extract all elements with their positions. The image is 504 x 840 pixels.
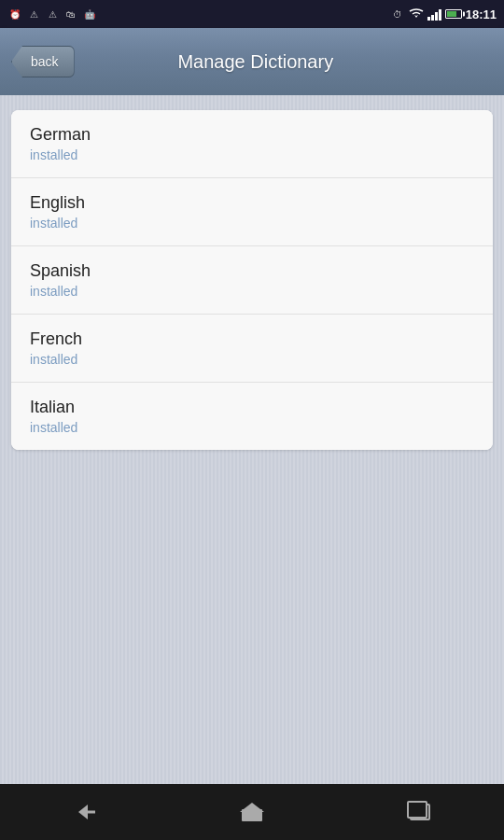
signal-icon — [427, 7, 441, 21]
back-button[interactable]: back — [11, 46, 75, 77]
warning-icon-2: ⚠ — [45, 7, 60, 21]
nav-back-button[interactable] — [56, 793, 112, 831]
nav-home-button[interactable] — [224, 793, 280, 831]
dictionary-item-french[interactable]: French installed — [11, 315, 493, 383]
bag-icon: 🛍 — [63, 7, 78, 21]
dictionary-list: German installed English installed Spani… — [11, 110, 493, 450]
status-time: 18:11 — [466, 7, 497, 21]
wifi-icon — [409, 7, 424, 21]
status-icons-left: ⏰ ⚠ ⚠ 🛍 🤖 — [7, 7, 97, 21]
dict-item-status: installed — [30, 216, 474, 231]
dict-item-status: installed — [30, 284, 474, 299]
dict-item-status: installed — [30, 352, 474, 367]
back-nav-icon — [73, 804, 95, 820]
android-icon: 🤖 — [82, 7, 97, 21]
dictionary-item-spanish[interactable]: Spanish installed — [11, 246, 493, 315]
home-nav-icon — [242, 803, 262, 821]
dict-item-name: French — [30, 329, 474, 349]
status-bar: ⏰ ⚠ ⚠ 🛍 🤖 ⏱ 18:11 — [0, 0, 504, 28]
dict-item-name: Italian — [30, 398, 474, 417]
battery-icon — [445, 9, 462, 19]
dict-item-status: installed — [30, 147, 474, 162]
warning-icon-1: ⚠ — [26, 7, 41, 21]
dictionary-item-german[interactable]: German installed — [11, 110, 493, 178]
action-bar: back Manage Dictionary — [0, 28, 504, 95]
dict-item-name: Spanish — [30, 261, 474, 281]
alarm-icon: ⏰ — [7, 7, 22, 21]
dict-item-name: German — [30, 125, 474, 145]
page-title: Manage Dictionary — [75, 51, 437, 73]
nav-bar — [0, 784, 504, 840]
nav-recents-button[interactable] — [392, 793, 448, 831]
dict-item-name: English — [30, 193, 474, 213]
dictionary-item-italian[interactable]: Italian installed — [11, 383, 493, 450]
dictionary-item-english[interactable]: English installed — [11, 178, 493, 246]
dict-item-status: installed — [30, 420, 474, 435]
recents-nav-icon — [410, 804, 430, 820]
main-content: German installed English installed Spani… — [0, 95, 504, 784]
status-icons-right: ⏱ 18:11 — [390, 7, 497, 21]
clock-icon: ⏱ — [390, 7, 405, 21]
